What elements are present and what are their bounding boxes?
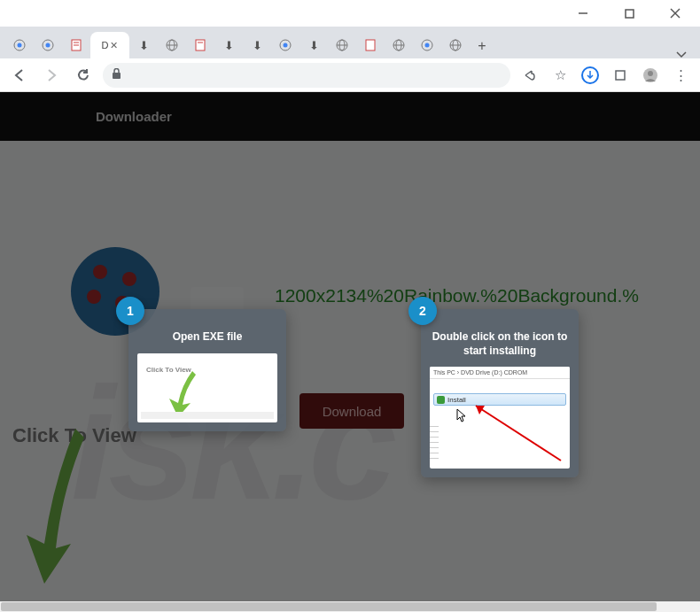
instruction-card-2: 2 Double click on the icon to start inst… [421,309,579,477]
browser-toolbar: ☆ ⋮ [0,58,700,92]
download-button[interactable]: Download [299,393,404,429]
svg-point-26 [425,43,430,48]
page-icon [363,38,377,52]
new-tab-button[interactable]: + [470,34,494,58]
svg-point-5 [18,43,22,48]
window-minimize-button[interactable] [565,1,601,26]
window-close-button[interactable] [657,1,693,26]
browser-tab[interactable]: ⬇ [243,32,271,58]
menu-button[interactable]: ⋮ [668,63,693,88]
browser-tabstrip: D✕ ⬇ ⬇ ⬇ ⬇ + [0,27,700,58]
scrollbar-thumb[interactable] [1,602,657,611]
window-maximize-button[interactable] [611,1,647,26]
browser-tab[interactable] [62,32,90,58]
svg-line-35 [476,406,561,461]
downloads-button[interactable] [578,63,603,88]
share-button[interactable] [517,63,542,88]
globe-icon [335,38,349,52]
svg-point-34 [648,71,653,76]
svg-point-7 [46,43,51,48]
svg-rect-32 [616,71,625,80]
browser-tab[interactable] [441,32,470,58]
browser-tab[interactable] [385,32,413,58]
filename-text: 1200x2134%20Rainbow.%20Background.% [275,285,639,306]
breadcrumb: This PC › DVD Drive (D:) CDROM [430,367,570,379]
download-icon: ⬇ [250,38,264,52]
horizontal-scrollbar[interactable] [0,601,689,612]
download-icon: ⬇ [222,38,236,52]
browser-tab[interactable] [158,32,186,58]
scrollbar-corner [689,601,700,612]
svg-point-17 [284,43,288,48]
tab-close-icon[interactable]: ✕ [110,40,118,51]
bookmark-button[interactable]: ☆ [548,63,572,88]
svg-rect-1 [626,10,634,18]
window-titlebar [0,0,700,27]
chrome-icon [41,38,55,52]
chrome-icon [12,38,27,52]
browser-tab[interactable] [5,32,34,58]
globe-icon [165,38,179,52]
globe-icon [448,38,463,52]
address-bar[interactable] [103,63,510,88]
lock-icon [112,68,121,82]
arrow-down-icon [22,429,111,592]
svg-rect-21 [366,40,375,50]
chrome-icon [420,38,434,52]
profile-button[interactable] [638,63,663,88]
extensions-button[interactable] [608,63,633,88]
page-title: Downloader [96,109,172,124]
instruction-card-1: 1 Open EXE file Click To View [128,309,286,431]
install-icon [437,396,445,404]
browser-tab[interactable]: ⬇ [214,32,243,58]
browser-tab-active[interactable]: D✕ [90,32,129,58]
browser-tab[interactable] [356,32,385,58]
card-title: Double click on the icon to start instal… [430,330,570,358]
tabs-dropdown-button[interactable] [668,51,695,58]
browser-tab[interactable] [413,32,441,58]
card-preview-image: Click To View [137,353,277,422]
download-icon: ⬇ [136,38,151,52]
ruler-lines [430,422,439,465]
step-badge: 2 [408,297,437,325]
browser-tab[interactable] [34,32,62,58]
nav-reload-button[interactable] [71,63,96,88]
browser-tab[interactable] [271,32,299,58]
browser-tab[interactable]: ⬇ [129,32,158,58]
svg-rect-30 [113,73,121,79]
nav-back-button[interactable] [7,63,32,88]
page-icon [193,38,207,52]
download-icon: ⬇ [307,38,321,52]
browser-tab[interactable] [328,32,356,58]
step-badge: 1 [116,297,144,325]
browser-tab[interactable]: ⬇ [299,32,328,58]
page-viewport: Downloader isk.c Click To View 1200x2134… [0,92,700,601]
card-title: Open EXE file [137,330,277,345]
card-preview-image: This PC › DVD Drive (D:) CDROM Install [430,367,570,469]
page-icon [69,38,83,52]
globe-icon [392,38,406,52]
red-arrow-icon [465,400,563,466]
svg-rect-14 [196,40,205,50]
tab-label: D [102,40,109,50]
browser-tab[interactable] [186,32,214,58]
page-header: Downloader [0,92,700,141]
chrome-icon [278,38,292,52]
nav-forward-button[interactable] [39,63,64,88]
